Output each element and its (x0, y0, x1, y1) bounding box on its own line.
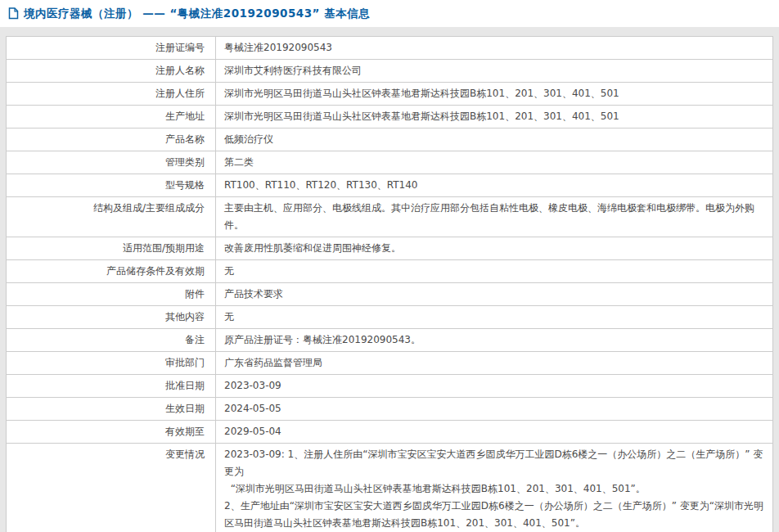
row-label-text: 适用范围/预期用途 (123, 242, 205, 254)
row-value: 无 (216, 260, 772, 282)
row-label-text: 有效期至 (165, 426, 205, 437)
row-value: 2029-05-04 (216, 421, 772, 443)
row-value: 原产品注册证号：粤械注准20192090543。 (216, 329, 772, 351)
row-label-text: 审批部门 (165, 357, 205, 368)
row-label-text: 其他内容 (165, 311, 205, 322)
table-row: 生产地址深圳市光明区马田街道马山头社区钟表基地君斯达科技园B栋101、201、3… (7, 106, 772, 128)
document-icon (8, 7, 19, 20)
table-row: 注册人名称深圳市艾利特医疗科技有限公司 (7, 60, 772, 83)
table-row: 产品名称低频治疗仪 (7, 128, 772, 151)
row-label: 审批部门 (7, 352, 216, 374)
table-row: 产品储存条件及有效期无 (7, 260, 772, 283)
row-value: 深圳市艾利特医疗科技有限公司 (216, 60, 772, 82)
row-value: 2023-03-09 (216, 375, 772, 397)
row-value: 无 (216, 306, 772, 328)
table-row: 适用范围/预期用途改善废用性肌萎缩和促进周围神经修复。 (7, 237, 772, 260)
page: 境内医疗器械（注册） —— “粤械注准20192090543” 基本信息 注册证… (0, 0, 779, 532)
row-label: 生产地址 (7, 106, 216, 128)
row-value: 深圳市光明区马田街道马山头社区钟表基地君斯达科技园B栋101、201、301、4… (216, 106, 772, 128)
row-label-text: 注册人住所 (155, 88, 205, 99)
row-label-text: 产品名称 (165, 133, 205, 145)
table-row: 批准日期2023-03-09 (7, 375, 772, 398)
table-row: 注册人住所深圳市光明区马田街道马山头社区钟表基地君斯达科技园B栋101、201、… (7, 83, 772, 106)
info-table: 注册证编号粤械注准20192090543注册人名称深圳市艾利特医疗科技有限公司注… (6, 36, 773, 532)
row-value: 主要由主机、应用部分、电极线组成。其中治疗应用部分包括自粘性电极、橡皮电极、海绵… (216, 197, 772, 237)
table-row: 变更情况2023-03-09: 1、注册人住所由“深圳市宝安区宝安大道西乡固戍华… (7, 444, 772, 532)
row-value: 粤械注准20192090543 (216, 37, 772, 59)
row-label: 变更情况 (7, 444, 216, 532)
row-value: 第二类 (216, 151, 772, 174)
table-row: 结构及组成/主要组成成分主要由主机、应用部分、电极线组成。其中治疗应用部分包括自… (7, 197, 772, 237)
row-label-text: 管理类别 (165, 156, 205, 168)
table-row: 有效期至2029-05-04 (7, 421, 772, 444)
row-label: 适用范围/预期用途 (7, 237, 216, 259)
row-label-text: 批准日期 (165, 380, 205, 391)
row-label-text: 注册人名称 (155, 65, 205, 76)
header-bar: 境内医疗器械（注册） —— “粤械注准20192090543” 基本信息 (0, 0, 779, 27)
table-row: 注册证编号粤械注准20192090543 (7, 37, 772, 60)
row-label-text: 结构及组成/主要组成成分 (93, 202, 205, 214)
row-value: 2023-03-09: 1、注册人住所由“深圳市宝安区宝安大道西乡固戍华万工业园… (216, 444, 772, 532)
row-label-text: 变更情况 (165, 449, 205, 460)
row-label-text: 生产地址 (165, 110, 205, 122)
row-label: 产品名称 (7, 128, 216, 151)
row-label: 型号规格 (7, 174, 216, 196)
row-value: 低频治疗仪 (216, 128, 772, 151)
row-label-text: 型号规格 (165, 179, 205, 191)
row-label-text: 产品储存条件及有效期 (106, 265, 205, 277)
row-value: 2024-05-05 (216, 398, 772, 420)
row-value: 产品技术要求 (216, 283, 772, 305)
row-value: 广东省药品监督管理局 (216, 352, 772, 374)
row-label: 备注 (7, 329, 216, 351)
row-label-text: 生效日期 (165, 403, 205, 414)
row-label: 管理类别 (7, 151, 216, 174)
row-label: 附件 (7, 283, 216, 305)
row-label: 结构及组成/主要组成成分 (7, 197, 216, 237)
table-row: 其他内容无 (7, 306, 772, 329)
table-row: 审批部门广东省药品监督管理局 (7, 352, 772, 375)
row-label: 其他内容 (7, 306, 216, 328)
row-label: 批准日期 (7, 375, 216, 397)
row-value: RT100、RT110、RT120、RT130、RT140 (216, 174, 772, 196)
row-label-text: 备注 (185, 334, 205, 345)
table-row: 型号规格RT100、RT110、RT120、RT130、RT140 (7, 174, 772, 197)
table-row: 备注原产品注册证号：粤械注准20192090543。 (7, 329, 772, 352)
row-value: 改善废用性肌萎缩和促进周围神经修复。 (216, 237, 772, 259)
row-label: 有效期至 (7, 421, 216, 443)
row-label-text: 注册证编号 (155, 42, 205, 53)
row-label: 注册人住所 (7, 83, 216, 105)
table-row: 管理类别第二类 (7, 151, 772, 174)
row-label-text: 附件 (185, 288, 205, 300)
row-label: 产品储存条件及有效期 (7, 260, 216, 282)
page-title: 境内医疗器械（注册） —— “粤械注准20192090543” 基本信息 (24, 7, 370, 21)
row-value: 深圳市光明区马田街道马山头社区钟表基地君斯达科技园B栋101、201、301、4… (216, 83, 772, 105)
row-label: 生效日期 (7, 398, 216, 420)
table-row: 生效日期2024-05-05 (7, 398, 772, 421)
row-label: 注册人名称 (7, 60, 216, 82)
row-label: 注册证编号 (7, 37, 216, 59)
table-row: 附件产品技术要求 (7, 283, 772, 306)
